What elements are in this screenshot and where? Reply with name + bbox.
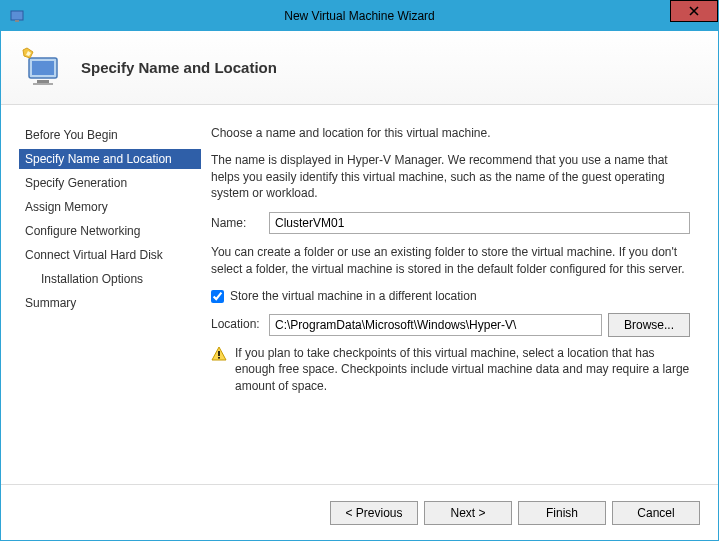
name-row: Name: [211, 212, 690, 234]
location-row: Location: Browse... [211, 313, 690, 337]
warning-text: If you plan to take checkpoints of this … [235, 345, 690, 395]
svg-rect-9 [218, 351, 220, 356]
page-title: Specify Name and Location [81, 59, 277, 76]
warning-icon [211, 346, 227, 362]
previous-button[interactable]: < Previous [330, 501, 418, 525]
folder-description: You can create a folder or use an existi… [211, 244, 690, 278]
sidebar-item-specify-name[interactable]: Specify Name and Location [19, 149, 201, 169]
browse-button[interactable]: Browse... [608, 313, 690, 337]
titlebar: New Virtual Machine Wizard [1, 1, 718, 31]
svg-rect-10 [218, 357, 220, 359]
description-text: The name is displayed in Hyper-V Manager… [211, 152, 690, 202]
sidebar-item-connect-vhd[interactable]: Connect Virtual Hard Disk [19, 245, 201, 265]
sidebar-item-configure-networking[interactable]: Configure Networking [19, 221, 201, 241]
sidebar-item-specify-generation[interactable]: Specify Generation [19, 173, 201, 193]
sidebar-item-installation-options[interactable]: Installation Options [19, 269, 201, 289]
svg-rect-3 [32, 61, 54, 75]
store-different-label: Store the virtual machine in a different… [230, 288, 477, 305]
wizard-window: New Virtual Machine Wizard Specify Name … [0, 0, 719, 541]
sidebar-item-summary[interactable]: Summary [19, 293, 201, 313]
svg-rect-4 [37, 80, 49, 83]
close-icon [689, 6, 699, 16]
warning-row: If you plan to take checkpoints of this … [211, 345, 690, 395]
name-input[interactable] [269, 212, 690, 234]
window-title: New Virtual Machine Wizard [1, 9, 718, 23]
svg-rect-5 [33, 83, 53, 85]
wizard-content: Choose a name and location for this virt… [201, 105, 718, 484]
next-button[interactable]: Next > [424, 501, 512, 525]
store-different-row: Store the virtual machine in a different… [211, 288, 690, 305]
store-different-checkbox[interactable] [211, 290, 224, 303]
wizard-body: Before You Begin Specify Name and Locati… [1, 105, 718, 484]
location-input[interactable] [269, 314, 602, 336]
vm-icon [19, 44, 67, 92]
sidebar-item-before-you-begin[interactable]: Before You Begin [19, 125, 201, 145]
close-button[interactable] [670, 0, 718, 22]
wizard-footer: < Previous Next > Finish Cancel [1, 484, 718, 540]
location-label: Location: [211, 316, 269, 333]
cancel-button[interactable]: Cancel [612, 501, 700, 525]
name-label: Name: [211, 215, 269, 232]
wizard-header: Specify Name and Location [1, 31, 718, 105]
finish-button[interactable]: Finish [518, 501, 606, 525]
wizard-sidebar: Before You Begin Specify Name and Locati… [1, 105, 201, 484]
sidebar-item-assign-memory[interactable]: Assign Memory [19, 197, 201, 217]
intro-text: Choose a name and location for this virt… [211, 125, 690, 142]
